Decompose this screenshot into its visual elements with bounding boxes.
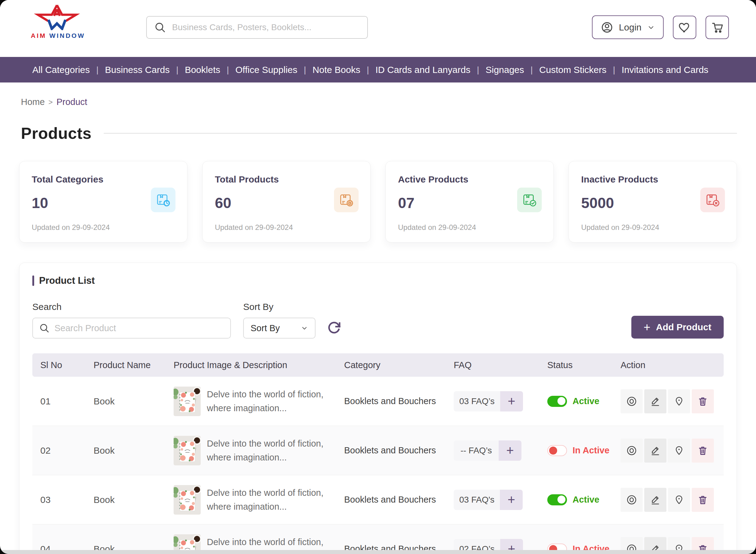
package-check-icon (517, 187, 542, 212)
chevron-down-icon (301, 324, 308, 332)
global-search-input[interactable] (172, 22, 360, 32)
chevron-down-icon (647, 23, 655, 32)
brand-name: AIM WINDOW (31, 32, 83, 39)
table-header: Sl No Product Name Product Image & Descr… (32, 353, 724, 377)
map-pin-icon (674, 495, 684, 505)
cell-category: Booklets and Bouchers (344, 495, 454, 505)
title-divider (104, 133, 737, 133)
stat-updated: Updated on 29-09-2024 (398, 223, 541, 232)
breadcrumb-separator: > (48, 98, 53, 107)
plus-icon: + (644, 321, 650, 333)
edit-icon (650, 396, 660, 406)
location-button[interactable] (668, 389, 690, 413)
nav-business-cards[interactable]: Business Cards (99, 65, 176, 75)
cell-sl-no: 03 (40, 495, 94, 505)
nav-custom-stickers[interactable]: Custom Stickers (533, 65, 613, 75)
faq-count-badge: 03 FAQ's (454, 490, 500, 510)
col-sl-no: Sl No (40, 360, 94, 370)
cell-description: Delve into the world of fiction, where i… (207, 387, 344, 415)
add-faq-button[interactable]: + (500, 391, 523, 411)
table-row: 04 Book Delve into the world of fiction,… (32, 524, 724, 554)
view-icon (627, 445, 637, 456)
sort-by-select[interactable]: Sort By (243, 318, 316, 339)
page-title: Products (21, 124, 92, 143)
nav-signages[interactable]: Signages (479, 65, 530, 75)
global-search (146, 16, 368, 39)
location-button[interactable] (668, 439, 690, 462)
delete-button[interactable] (692, 439, 714, 462)
stat-updated: Updated on 29-09-2024 (581, 223, 724, 232)
cart-button[interactable] (705, 16, 729, 39)
table-row: 01 Book Delve into the world of fiction,… (32, 377, 724, 426)
add-product-button[interactable]: + Add Product (631, 316, 724, 339)
heart-icon (678, 21, 691, 34)
nav-invitations-cards[interactable]: Invitations and Cards (615, 65, 715, 75)
cell-product-name: Book (94, 396, 174, 406)
status-toggle[interactable] (547, 396, 567, 407)
col-action: Action (620, 360, 724, 370)
view-button[interactable] (620, 389, 643, 413)
cell-sl-no: 01 (40, 396, 94, 406)
product-list-heading: Product List (39, 275, 95, 286)
col-product-name: Product Name (94, 360, 174, 370)
map-pin-icon (674, 445, 684, 456)
trash-icon (698, 495, 708, 505)
toggle-knob (557, 496, 565, 503)
edit-icon (650, 445, 660, 456)
stat-updated: Updated on 29-09-2024 (32, 223, 175, 232)
cell-category: Booklets and Bouchers (344, 396, 454, 406)
refresh-icon (327, 321, 341, 335)
stat-updated: Updated on 29-09-2024 (215, 223, 358, 232)
product-thumbnail (174, 387, 201, 416)
nav-separator: | (367, 65, 369, 75)
view-icon (627, 396, 637, 406)
stat-card-active-products: Active Products 07 Updated on 29-09-2024 (385, 161, 554, 242)
nav-office-supplies[interactable]: Office Supplies (229, 65, 304, 75)
nav-all-categories[interactable]: All Categories (32, 65, 96, 75)
location-button[interactable] (668, 488, 690, 512)
nav-id-cards-lanyards[interactable]: ID Cards and Lanyards (369, 65, 477, 75)
col-image-description: Product Image & Description (174, 360, 344, 370)
col-category: Category (344, 360, 454, 370)
top-header: AIM WINDOW Login (0, 0, 756, 57)
wishlist-button[interactable] (673, 16, 696, 39)
status-label: Active (573, 495, 599, 505)
package-gear-icon (334, 187, 359, 212)
view-button[interactable] (620, 488, 643, 512)
view-button[interactable] (620, 439, 643, 462)
cell-category: Booklets and Bouchers (344, 445, 454, 455)
user-icon (601, 21, 613, 34)
sort-by-label: Sort By (243, 301, 316, 312)
edit-button[interactable] (644, 389, 666, 413)
bottom-scroll-strip[interactable] (0, 550, 756, 554)
add-faq-button[interactable]: + (500, 490, 523, 510)
nav-booklets[interactable]: Booklets (178, 65, 226, 75)
edit-button[interactable] (644, 439, 666, 462)
nav-separator: | (176, 65, 178, 75)
cell-product-name: Book (94, 495, 174, 505)
faq-count-badge: 03 FAQ’s (454, 391, 500, 411)
nav-separator: | (477, 65, 479, 75)
delete-button[interactable] (692, 389, 714, 413)
add-faq-button[interactable]: + (499, 440, 522, 461)
add-product-label: Add Product (656, 322, 711, 332)
main-content: Home > Product Products Total Categories… (0, 97, 756, 554)
breadcrumb-home[interactable]: Home (21, 97, 45, 107)
edit-button[interactable] (644, 488, 666, 512)
app-window: AIM WINDOW Login (0, 0, 756, 554)
product-search-input[interactable] (54, 323, 224, 333)
refresh-button[interactable] (325, 318, 342, 339)
stat-card-total-products: Total Products 60 Updated on 29-09-2024 (202, 161, 371, 242)
product-thumbnail (174, 485, 201, 515)
trash-icon (698, 445, 708, 456)
heading-accent-bar (32, 275, 34, 286)
category-nav: All Categories| Business Cards| Booklets… (0, 57, 756, 82)
login-button[interactable]: Login (592, 15, 664, 39)
brand-logo[interactable]: AIM WINDOW (31, 4, 83, 39)
cell-sl-no: 02 (40, 445, 94, 456)
delete-button[interactable] (692, 488, 714, 512)
status-toggle[interactable] (547, 445, 567, 456)
nav-note-books[interactable]: Note Books (306, 65, 367, 75)
table-row: 02 Book Delve into the world of fiction,… (32, 426, 724, 475)
status-toggle[interactable] (547, 494, 567, 505)
